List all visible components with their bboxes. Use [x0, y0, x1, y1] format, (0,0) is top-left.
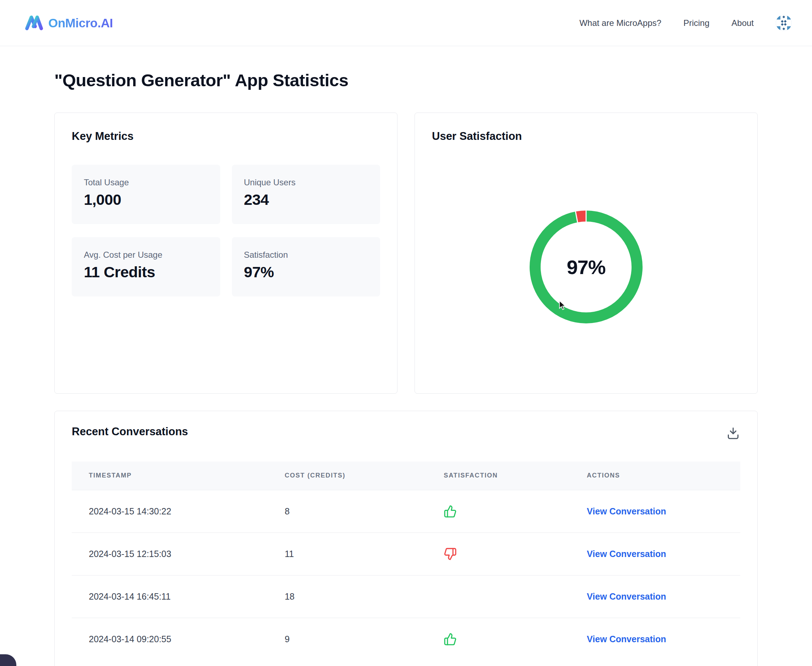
- table-row: 2024-03-14 16:45:11 18 View Conversation: [72, 575, 740, 618]
- download-icon: [726, 426, 740, 440]
- brand-logo[interactable]: OnMicro.AI: [25, 14, 113, 32]
- download-button[interactable]: [726, 426, 740, 441]
- col-header-satisfaction: SATISFACTION: [427, 462, 570, 490]
- corner-widget[interactable]: [0, 654, 17, 666]
- view-conversation-link[interactable]: View Conversation: [587, 634, 666, 644]
- cell-timestamp: 2024-03-15 14:30:22: [72, 490, 267, 532]
- nav-link-what-are-microapps[interactable]: What are MicroApps?: [579, 18, 662, 28]
- nav-links: What are MicroApps? Pricing About: [579, 15, 792, 31]
- cell-cost: 9: [267, 618, 427, 660]
- table-row: 2024-03-15 12:15:03 11 View Conversation: [72, 532, 740, 575]
- cell-timestamp: 2024-03-14 09:20:55: [72, 618, 267, 660]
- user-satisfaction-heading: User Satisfaction: [432, 130, 740, 143]
- user-avatar[interactable]: [776, 15, 792, 31]
- cell-timestamp: 2024-03-14 16:45:11: [72, 575, 267, 618]
- metric-value: 1,000: [84, 191, 208, 208]
- metric-label: Total Usage: [84, 178, 208, 188]
- cell-satisfaction: [427, 575, 570, 618]
- table-row: 2024-03-14 09:20:55 9 View Conversation: [72, 618, 740, 660]
- metric-avg-cost: Avg. Cost per Usage 11 Credits: [72, 237, 220, 297]
- key-metrics-grid: Total Usage 1,000 Unique Users 234 Avg. …: [72, 165, 380, 297]
- nav-link-pricing[interactable]: Pricing: [683, 18, 709, 28]
- metric-unique-users: Unique Users 234: [232, 165, 380, 224]
- cell-timestamp: 2024-03-15 12:15:03: [72, 532, 267, 575]
- metric-label: Satisfaction: [244, 250, 368, 260]
- view-conversation-link[interactable]: View Conversation: [587, 549, 666, 559]
- cell-actions: View Conversation: [570, 490, 740, 532]
- metric-value: 11 Credits: [84, 264, 208, 281]
- col-header-actions: ACTIONS: [570, 462, 740, 490]
- stats-cards-row: Key Metrics Total Usage 1,000 Unique Use…: [54, 112, 758, 394]
- cell-actions: View Conversation: [570, 575, 740, 618]
- user-satisfaction-card: User Satisfaction 97%: [414, 112, 758, 394]
- recent-conversations-heading: Recent Conversations: [72, 425, 188, 438]
- satisfaction-donut-wrap: 97%: [432, 210, 740, 324]
- recent-conversations-card: Recent Conversations TIMESTAMP COST (CRE…: [54, 411, 758, 666]
- view-conversation-link[interactable]: View Conversation: [587, 592, 666, 602]
- col-header-timestamp: TIMESTAMP: [72, 462, 267, 490]
- cell-actions: View Conversation: [570, 532, 740, 575]
- metric-value: 234: [244, 191, 368, 208]
- metric-satisfaction: Satisfaction 97%: [232, 237, 380, 297]
- top-navbar: OnMicro.AI What are MicroApps? Pricing A…: [0, 0, 812, 46]
- metric-label: Avg. Cost per Usage: [84, 250, 208, 260]
- cell-cost: 11: [267, 532, 427, 575]
- thumbs-up-icon: [444, 633, 457, 646]
- brand-name: OnMicro.AI: [48, 16, 113, 30]
- cell-satisfaction: [427, 532, 570, 575]
- cell-cost: 8: [267, 490, 427, 532]
- page-title: "Question Generator" App Statistics: [54, 70, 758, 90]
- key-metrics-heading: Key Metrics: [72, 130, 380, 143]
- cell-actions: View Conversation: [570, 618, 740, 660]
- metric-value: 97%: [244, 264, 368, 281]
- thumbs-down-icon: [444, 547, 457, 560]
- brand-logo-icon: [25, 14, 43, 32]
- cell-cost: 18: [267, 575, 427, 618]
- view-conversation-link[interactable]: View Conversation: [587, 506, 666, 516]
- col-header-cost: COST (CREDITS): [267, 462, 427, 490]
- key-metrics-card: Key Metrics Total Usage 1,000 Unique Use…: [54, 112, 398, 394]
- nav-link-about[interactable]: About: [731, 18, 754, 28]
- table-row: 2024-03-15 14:30:22 8 View Conversation: [72, 490, 740, 532]
- cell-satisfaction: [427, 618, 570, 660]
- thumbs-up-icon: [444, 505, 457, 518]
- metric-total-usage: Total Usage 1,000: [72, 165, 220, 224]
- metric-label: Unique Users: [244, 178, 368, 188]
- table-header-row: TIMESTAMP COST (CREDITS) SATISFACTION AC…: [72, 462, 740, 490]
- donut-center-label: 97%: [529, 210, 643, 324]
- main-content: "Question Generator" App Statistics Key …: [54, 70, 758, 666]
- cell-satisfaction: [427, 490, 570, 532]
- conversations-table: TIMESTAMP COST (CREDITS) SATISFACTION AC…: [72, 462, 740, 660]
